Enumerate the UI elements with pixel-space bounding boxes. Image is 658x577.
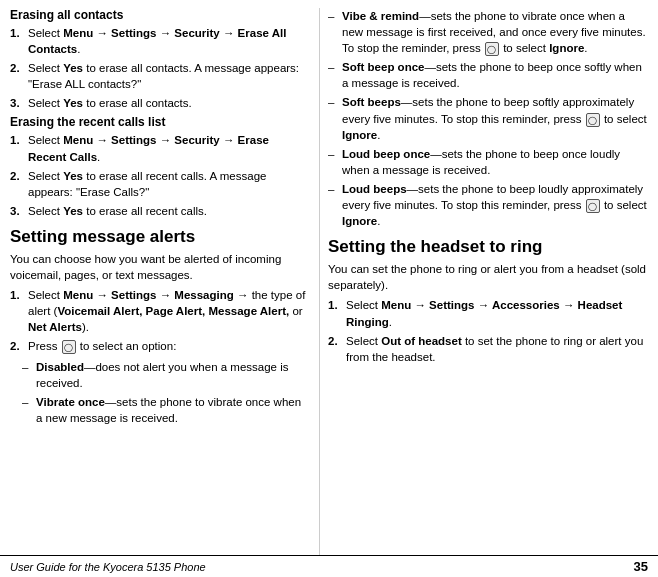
bullet-text: Vibrate once—sets the phone to vibrate o… bbox=[36, 394, 307, 426]
step-text: Select Menu → Settings → Security → Eras… bbox=[28, 132, 307, 164]
section4-step1: 1. Select Menu → Settings → Accessories … bbox=[328, 297, 648, 329]
step-num: 3. bbox=[10, 203, 26, 219]
section-erasing-calls: Erasing the recent calls list 1. Select … bbox=[10, 115, 307, 218]
section2-step2: 2. Select Yes to erase all recent calls.… bbox=[10, 168, 307, 200]
step-text: Select Menu → Settings → Security → Eras… bbox=[28, 25, 307, 57]
step-text: Select Menu → Settings → Messaging → the… bbox=[28, 287, 307, 335]
section3-intro: You can choose how you want be alerted o… bbox=[10, 251, 307, 283]
bullet-vibrate-once: – Vibrate once—sets the phone to vibrate… bbox=[22, 394, 307, 426]
bullet-soft-beep-once: – Soft beep once—sets the phone to beep … bbox=[328, 59, 648, 91]
section1-step2: 2. Select Yes to erase all contacts. A m… bbox=[10, 60, 307, 92]
right-bullets: – Vibe & remind—sets the phone to vibrat… bbox=[328, 8, 648, 229]
dash: – bbox=[328, 181, 338, 229]
section1-list: 1. Select Menu → Settings → Security → E… bbox=[10, 25, 307, 111]
menu-icon: ◯ bbox=[62, 340, 76, 354]
bullet-text: Soft beep once—sets the phone to beep on… bbox=[342, 59, 648, 91]
step-num: 1. bbox=[10, 287, 26, 335]
section4-intro: You can set the phone to ring or alert y… bbox=[328, 261, 648, 293]
content-area: Erasing all contacts 1. Select Menu → Se… bbox=[0, 0, 658, 555]
footer: User Guide for the Kyocera 5135 Phone 35 bbox=[0, 555, 658, 577]
step-text: Select Yes to erase all contacts. bbox=[28, 95, 192, 111]
section1-step1: 1. Select Menu → Settings → Security → E… bbox=[10, 25, 307, 57]
bullet-loud-beeps: – Loud beeps—sets the phone to beep loud… bbox=[328, 181, 648, 229]
step-num: 2. bbox=[10, 168, 26, 200]
step-num: 2. bbox=[10, 60, 26, 92]
step-num: 1. bbox=[10, 132, 26, 164]
footer-left-text: User Guide for the Kyocera 5135 Phone bbox=[10, 561, 206, 573]
bullet-loud-beep-once: – Loud beep once—sets the phone to beep … bbox=[328, 146, 648, 178]
dash: – bbox=[328, 8, 338, 56]
section3-step2: 2. Press ◯ to select an option: bbox=[10, 338, 307, 354]
section3-bullets: – Disabled—does not alert you when a mes… bbox=[22, 359, 307, 426]
section1-title: Erasing all contacts bbox=[10, 8, 307, 22]
bullet-text: Disabled—does not alert you when a messa… bbox=[36, 359, 307, 391]
section3-title: Setting message alerts bbox=[10, 227, 307, 247]
section3-list: 1. Select Menu → Settings → Messaging → … bbox=[10, 287, 307, 354]
footer-page-number: 35 bbox=[634, 559, 648, 574]
step-num: 2. bbox=[328, 333, 344, 365]
section2-title: Erasing the recent calls list bbox=[10, 115, 307, 129]
section4-title: Setting the headset to ring bbox=[328, 237, 648, 257]
bullet-text: Soft beeps—sets the phone to beep softly… bbox=[342, 94, 648, 142]
bullet-disabled: – Disabled—does not alert you when a mes… bbox=[22, 359, 307, 391]
dash: – bbox=[328, 146, 338, 178]
bullet-text: Loud beep once—sets the phone to beep on… bbox=[342, 146, 648, 178]
step-text: Select Yes to erase all contacts. A mess… bbox=[28, 60, 307, 92]
section2-step3: 3. Select Yes to erase all recent calls. bbox=[10, 203, 307, 219]
section-headset-ring: Setting the headset to ring You can set … bbox=[328, 237, 648, 365]
dash: – bbox=[22, 359, 32, 391]
section4-list: 1. Select Menu → Settings → Accessories … bbox=[328, 297, 648, 364]
step-text: Select Menu → Settings → Accessories → H… bbox=[346, 297, 648, 329]
step-num: 1. bbox=[10, 25, 26, 57]
dash: – bbox=[22, 394, 32, 426]
bullet-soft-beeps: – Soft beeps—sets the phone to beep soft… bbox=[328, 94, 648, 142]
menu-icon: ◯ bbox=[485, 42, 499, 56]
section2-step1: 1. Select Menu → Settings → Security → E… bbox=[10, 132, 307, 164]
step-num: 3. bbox=[10, 95, 26, 111]
section4-step2: 2. Select Out of headset to set the phon… bbox=[328, 333, 648, 365]
step-text: Select Yes to erase all recent calls. A … bbox=[28, 168, 307, 200]
section3-step1: 1. Select Menu → Settings → Messaging → … bbox=[10, 287, 307, 335]
left-column: Erasing all contacts 1. Select Menu → Se… bbox=[10, 8, 319, 555]
menu-icon: ◯ bbox=[586, 199, 600, 213]
bullet-text: Vibe & remind—sets the phone to vibrate … bbox=[342, 8, 648, 56]
step-text: Select Yes to erase all recent calls. bbox=[28, 203, 207, 219]
section-erasing-contacts: Erasing all contacts 1. Select Menu → Se… bbox=[10, 8, 307, 111]
dash: – bbox=[328, 94, 338, 142]
section1-step3: 3. Select Yes to erase all contacts. bbox=[10, 95, 307, 111]
dash: – bbox=[328, 59, 338, 91]
step-num: 2. bbox=[10, 338, 26, 354]
page: Erasing all contacts 1. Select Menu → Se… bbox=[0, 0, 658, 577]
menu-icon: ◯ bbox=[586, 113, 600, 127]
bullet-text: Loud beeps—sets the phone to beep loudly… bbox=[342, 181, 648, 229]
step-text: Press ◯ to select an option: bbox=[28, 338, 176, 354]
right-column: – Vibe & remind—sets the phone to vibrat… bbox=[319, 8, 648, 555]
step-text: Select Out of headset to set the phone t… bbox=[346, 333, 648, 365]
section2-list: 1. Select Menu → Settings → Security → E… bbox=[10, 132, 307, 218]
section-message-alerts: Setting message alerts You can choose ho… bbox=[10, 227, 307, 426]
step-num: 1. bbox=[328, 297, 344, 329]
bullet-vibe-remind: – Vibe & remind—sets the phone to vibrat… bbox=[328, 8, 648, 56]
